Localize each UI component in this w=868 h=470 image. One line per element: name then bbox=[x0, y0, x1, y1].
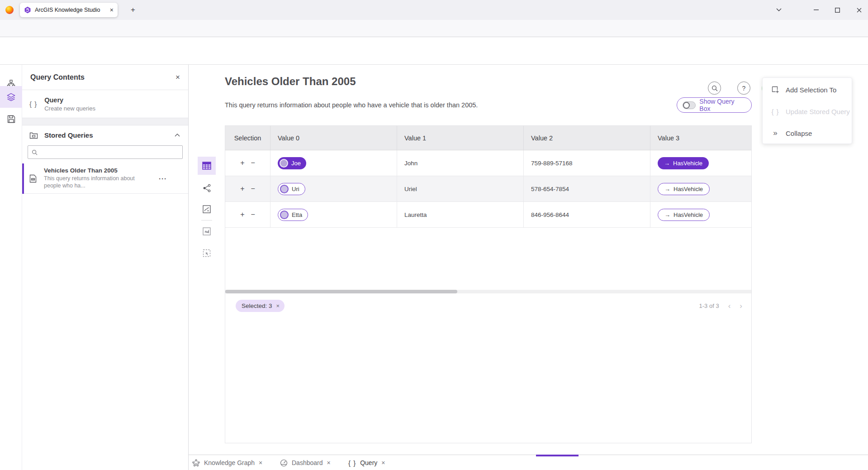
entity-node-icon bbox=[280, 211, 289, 219]
window-close-button[interactable] bbox=[851, 4, 867, 16]
remove-selection-button[interactable]: − bbox=[251, 211, 255, 218]
query-item-subtitle: Create new queries bbox=[44, 105, 95, 112]
overflow-menu-icon[interactable]: ··· bbox=[159, 175, 167, 182]
browser-tab-title: ArcGIS Knowledge Studio bbox=[35, 7, 106, 13]
table-header-row: Selection Value 0 Value 1 Value 2 Value … bbox=[225, 126, 751, 150]
cell-value: John bbox=[404, 160, 417, 167]
left-rail: » bbox=[0, 65, 22, 470]
tab-dashboard[interactable]: Dashboard × bbox=[280, 455, 331, 470]
list-tabs-icon[interactable] bbox=[771, 4, 787, 16]
braces-icon: { } bbox=[29, 100, 37, 108]
add-selection-icon bbox=[771, 86, 780, 94]
selection-actions-menu: Add Selection To { } Update Stored Query… bbox=[762, 77, 852, 144]
tab-close-icon[interactable]: × bbox=[259, 459, 262, 466]
menu-item-update-stored-query: { } Update Stored Query bbox=[763, 101, 852, 122]
show-query-box-label: Show Query Box bbox=[699, 98, 746, 112]
stored-query-doc-icon bbox=[29, 174, 37, 183]
stored-query-description: This query returns information about peo… bbox=[44, 175, 152, 189]
braces-icon: { } bbox=[348, 459, 356, 467]
table-row: + − Uri Uriel 578-654-7854 →HasVehicle bbox=[225, 176, 751, 202]
tab-close-icon[interactable]: × bbox=[110, 6, 114, 14]
toggle-knob bbox=[683, 102, 690, 109]
stored-queries-header[interactable]: Stored Queries bbox=[22, 125, 188, 144]
relationship-pill[interactable]: →HasVehicle bbox=[658, 209, 710, 221]
rail-layers-icon[interactable] bbox=[0, 86, 22, 108]
remove-selection-button[interactable]: − bbox=[251, 185, 255, 192]
tab-close-icon[interactable]: × bbox=[381, 459, 385, 466]
column-header: Value 2 bbox=[524, 126, 650, 150]
tab-close-icon[interactable]: × bbox=[327, 459, 331, 466]
horizontal-scrollbar[interactable] bbox=[225, 290, 751, 293]
window-minimize-button[interactable] bbox=[808, 4, 824, 16]
entity-pill[interactable]: Etta bbox=[278, 209, 308, 221]
pagination-prev-icon[interactable]: ‹ bbox=[728, 302, 731, 310]
entity-pill[interactable]: Joe bbox=[278, 157, 306, 169]
scrollbar-thumb[interactable] bbox=[225, 290, 457, 293]
map-view-icon[interactable] bbox=[198, 200, 216, 218]
selected-count-label: Selected: 3 bbox=[242, 302, 272, 309]
pagination-label: 1-3 of 3 bbox=[699, 302, 719, 309]
bottom-tab-bar: Knowledge Graph × Dashboard × { } Query … bbox=[189, 455, 868, 470]
folder-icon bbox=[29, 131, 38, 139]
cell-value: Uriel bbox=[404, 186, 417, 192]
search-icon bbox=[711, 85, 718, 91]
help-button[interactable]: ? bbox=[737, 82, 750, 95]
entity-pill[interactable]: Uri bbox=[278, 183, 305, 195]
table-footer: Selected: 3 × 1-3 of 3 ‹ › bbox=[225, 293, 751, 318]
toggle-switch[interactable] bbox=[683, 101, 696, 109]
search-input[interactable] bbox=[40, 149, 179, 156]
selected-count-chip: Selected: 3 × bbox=[236, 300, 285, 312]
relationship-pill[interactable]: →HasVehicle bbox=[658, 183, 710, 195]
new-tab-button[interactable]: + bbox=[128, 5, 138, 15]
clear-selection-icon[interactable]: × bbox=[276, 302, 280, 309]
cell-value: 578-654-7854 bbox=[531, 186, 569, 192]
remove-selection-button[interactable]: − bbox=[251, 159, 255, 167]
search-icon bbox=[32, 149, 38, 155]
panel-close-icon[interactable]: × bbox=[175, 73, 180, 82]
search-button[interactable] bbox=[708, 82, 721, 95]
query-contents-panel: Query Contents × { } Query Create new qu… bbox=[22, 65, 189, 470]
app-root: ArcGIS Knowledge Studio × + bbox=[0, 0, 868, 470]
arrow-right-icon: → bbox=[664, 160, 670, 167]
selection-tool-icon[interactable] bbox=[198, 244, 216, 262]
query-create-item[interactable]: { } Query Create new queries bbox=[22, 90, 188, 118]
column-header: Value 1 bbox=[397, 126, 524, 150]
add-selection-button[interactable]: + bbox=[240, 211, 244, 218]
add-to-map-icon[interactable] bbox=[198, 222, 216, 240]
tool-divider bbox=[201, 220, 212, 221]
relationship-pill[interactable]: →HasVehicle bbox=[658, 157, 709, 169]
dashboard-gauge-icon bbox=[280, 459, 288, 467]
table-view-icon[interactable] bbox=[198, 157, 216, 175]
window-maximize-button[interactable] bbox=[830, 4, 845, 16]
panel-divider bbox=[22, 118, 188, 125]
firefox-icon[interactable] bbox=[5, 6, 14, 14]
panel-title: Query Contents bbox=[30, 73, 175, 82]
pagination-next-icon[interactable]: › bbox=[740, 302, 742, 310]
arrow-right-icon: → bbox=[664, 211, 670, 218]
tab-knowledge-graph[interactable]: Knowledge Graph × bbox=[192, 455, 262, 470]
panel-header: Query Contents × bbox=[22, 65, 188, 90]
show-query-box-toggle[interactable]: Show Query Box bbox=[677, 97, 752, 113]
table-row: + − Etta Lauretta 846-956-8644 →HasVehic… bbox=[225, 202, 751, 228]
stored-query-item[interactable]: Vehicles Older Than 2005 This query retu… bbox=[22, 163, 188, 194]
stored-queries-search[interactable] bbox=[28, 145, 183, 159]
add-selection-button[interactable]: + bbox=[240, 159, 244, 167]
tab-query[interactable]: { } Query × bbox=[348, 455, 385, 470]
cell-value: Lauretta bbox=[404, 211, 427, 218]
menu-item-add-selection-to[interactable]: Add Selection To bbox=[763, 79, 852, 101]
menu-item-collapse[interactable]: » Collapse bbox=[763, 122, 852, 144]
browser-toolbar: https://dev0028833.esri.com/portal/apps/… bbox=[0, 20, 868, 37]
column-header: Selection bbox=[225, 126, 270, 150]
browser-tab-bar: ArcGIS Knowledge Studio × + bbox=[0, 0, 868, 20]
rail-save-icon[interactable] bbox=[0, 108, 22, 130]
link-chart-icon[interactable] bbox=[198, 179, 216, 197]
entity-node-icon bbox=[280, 159, 288, 168]
cell-value: 759-889-57168 bbox=[531, 160, 573, 167]
browser-tab[interactable]: ArcGIS Knowledge Studio × bbox=[20, 3, 118, 17]
chevrons-right-icon: » bbox=[771, 129, 780, 138]
active-tab-indicator bbox=[536, 455, 579, 456]
add-selection-button[interactable]: + bbox=[240, 185, 244, 192]
results-table: Selection Value 0 Value 1 Value 2 Value … bbox=[225, 125, 752, 443]
chevron-up-icon[interactable] bbox=[175, 134, 180, 137]
arrow-right-icon: → bbox=[664, 186, 670, 192]
